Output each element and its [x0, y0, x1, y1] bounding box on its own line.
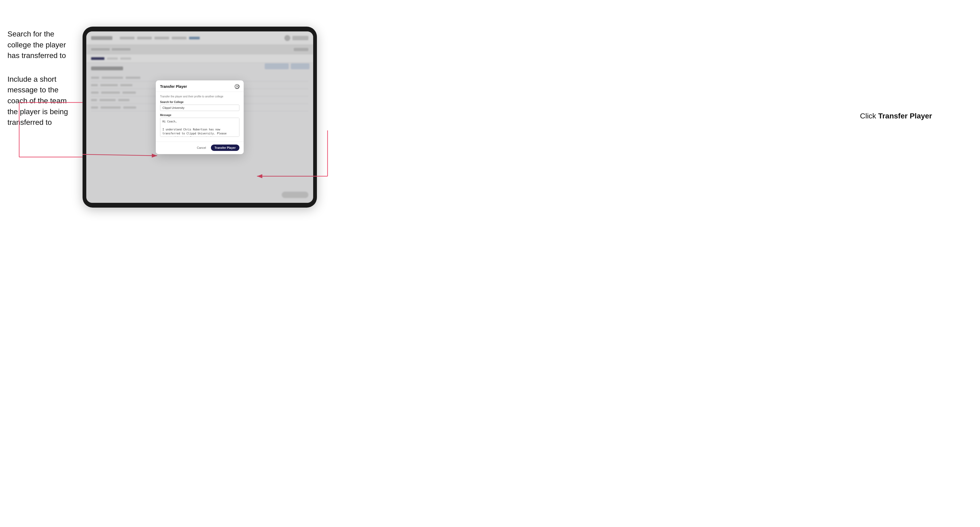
- modal-body: Transfer the player and their profile to…: [156, 92, 243, 141]
- message-label: Message: [160, 114, 239, 117]
- tablet-screen: Transfer Player ✕ Transfer the player an…: [86, 32, 313, 203]
- annotation-left: Search for the college the player has tr…: [8, 29, 77, 128]
- annotation-click-text: Click: [860, 112, 878, 120]
- tablet-frame: Transfer Player ✕ Transfer the player an…: [83, 27, 317, 208]
- annotation-transfer-bold: Transfer Player: [878, 112, 932, 120]
- modal-footer: Cancel Transfer Player: [156, 141, 243, 154]
- transfer-player-button[interactable]: Transfer Player: [211, 144, 240, 151]
- transfer-player-modal: Transfer Player ✕ Transfer the player an…: [156, 80, 243, 154]
- cancel-button[interactable]: Cancel: [195, 145, 208, 151]
- modal-close-button[interactable]: ✕: [235, 84, 239, 89]
- message-textarea[interactable]: [160, 117, 239, 137]
- annotation-search-text: Search for the college the player has tr…: [8, 29, 77, 61]
- modal-overlay: Transfer Player ✕ Transfer the player an…: [86, 32, 313, 203]
- modal-header: Transfer Player ✕: [156, 80, 243, 92]
- annotation-right: Click Transfer Player: [860, 112, 932, 120]
- modal-description: Transfer the player and their profile to…: [160, 95, 239, 98]
- search-college-label: Search for College: [160, 101, 239, 103]
- modal-title: Transfer Player: [160, 84, 187, 89]
- search-college-input[interactable]: [160, 105, 239, 111]
- annotation-message-text: Include a short message to the coach of …: [8, 74, 77, 128]
